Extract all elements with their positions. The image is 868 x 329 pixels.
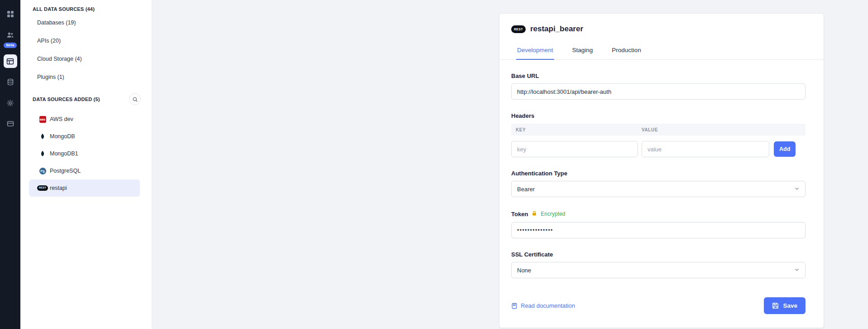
base-url-input[interactable]	[511, 83, 806, 100]
mongodb-icon	[39, 150, 46, 157]
header-key-input[interactable]	[511, 141, 638, 157]
ssl-value: None	[517, 267, 531, 274]
table-icon	[6, 58, 14, 65]
base-url-label: Base URL	[511, 73, 806, 79]
ssl-section: SSL Certificate None	[511, 251, 806, 278]
save-icon	[772, 302, 779, 309]
document-icon	[511, 303, 518, 309]
list-item-postgresql[interactable]: Pg PostgreSQL	[29, 162, 140, 179]
card-icon	[7, 120, 14, 127]
gear-icon	[6, 99, 14, 107]
lock-icon	[532, 210, 537, 218]
config-form: Base URL Headers KEY VALUE Add Authentic…	[499, 73, 824, 314]
restapi-icon: REST	[511, 25, 526, 33]
chevron-down-icon	[794, 267, 800, 274]
read-documentation-link[interactable]: Read documentation	[511, 302, 575, 309]
apps-icon[interactable]	[4, 7, 17, 21]
added-header-row: DATA SOURCES ADDED (5)	[20, 86, 152, 108]
chevron-down-icon	[794, 186, 800, 193]
marketplace-nav-icon[interactable]	[4, 117, 17, 131]
token-input[interactable]	[511, 222, 806, 238]
page-title: restapi_bearer	[530, 24, 583, 34]
postgresql-icon: Pg	[39, 167, 46, 174]
users-icon	[6, 31, 14, 39]
ssl-certificate-select[interactable]: None	[511, 262, 806, 278]
aws-icon: aws	[39, 116, 46, 123]
environment-tabs: Development Staging Production	[499, 43, 824, 60]
database-nav-icon[interactable]	[4, 75, 17, 89]
category-list: Databases (19) APIs (20) Cloud Storage (…	[20, 14, 152, 86]
settings-nav-icon[interactable]	[4, 96, 17, 110]
key-column-header: KEY	[511, 127, 642, 132]
apps-grid-icon	[7, 10, 14, 18]
tab-production[interactable]: Production	[611, 43, 642, 60]
source-label: restapi	[50, 185, 67, 191]
tab-staging[interactable]: Staging	[571, 43, 594, 60]
source-label: MongoDB1	[50, 150, 78, 157]
value-column-header: VALUE	[642, 127, 806, 132]
main-area: REST restapi_bearer Development Staging …	[152, 0, 868, 329]
database-icon	[7, 78, 14, 86]
added-sources-list: aws AWS dev MongoDB MongoDB1 Pg PostgreS…	[29, 111, 140, 197]
token-label: Token	[511, 211, 528, 218]
headers-input-row: Add	[511, 141, 806, 157]
base-url-section: Base URL	[511, 73, 806, 100]
datasource-config-card: REST restapi_bearer Development Staging …	[499, 13, 824, 328]
card-header: REST restapi_bearer Development Staging …	[499, 14, 824, 60]
sidebar-item-apis[interactable]: APIs (20)	[20, 32, 152, 50]
auth-type-label: Authentication Type	[511, 170, 806, 177]
tab-development[interactable]: Development	[516, 43, 554, 60]
app-rail: Beta	[0, 0, 20, 329]
source-label: AWS dev	[50, 116, 73, 122]
headers-label: Headers	[511, 112, 806, 119]
source-label: PostgreSQL	[50, 168, 81, 174]
data-sources-sidebar: ALL DATA SOURCES (44) Databases (19) API…	[20, 0, 152, 329]
beta-badge: Beta	[4, 43, 17, 48]
source-label: MongoDB	[50, 133, 75, 140]
all-data-sources-header: ALL DATA SOURCES (44)	[20, 0, 152, 14]
search-button[interactable]	[129, 93, 141, 105]
sidebar-item-databases[interactable]: Databases (19)	[20, 14, 152, 32]
token-label-row: Token Encrypted	[511, 210, 806, 218]
sidebar-item-cloud-storage[interactable]: Cloud Storage (4)	[20, 50, 152, 68]
data-sources-nav-icon[interactable]	[4, 54, 17, 68]
auth-type-section: Authentication Type Bearer	[511, 170, 806, 197]
workspace-users-icon[interactable]	[4, 28, 17, 42]
headers-table-header: KEY VALUE	[511, 124, 806, 135]
list-item-mongodb[interactable]: MongoDB	[29, 128, 140, 145]
encrypted-badge: Encrypted	[541, 211, 565, 217]
restapi-icon: REST	[39, 184, 46, 192]
data-sources-added-header: DATA SOURCES ADDED (5)	[33, 97, 100, 102]
read-documentation-label: Read documentation	[521, 302, 575, 309]
list-item-restapi[interactable]: REST restapi	[29, 179, 140, 197]
mongodb-icon	[39, 133, 46, 140]
ssl-certificate-label: SSL Certificate	[511, 251, 806, 258]
token-section: Token Encrypted	[511, 210, 806, 238]
headers-section: Headers KEY VALUE Add	[511, 112, 806, 157]
auth-type-value: Bearer	[517, 186, 535, 193]
save-button-label: Save	[783, 302, 797, 309]
save-button[interactable]: Save	[764, 297, 806, 314]
sidebar-item-plugins[interactable]: Plugins (1)	[20, 68, 152, 86]
add-header-button[interactable]: Add	[774, 141, 796, 157]
list-item-mongodb1[interactable]: MongoDB1	[29, 145, 140, 162]
card-footer: Read documentation Save	[511, 297, 806, 314]
search-icon	[132, 97, 138, 102]
title-row: REST restapi_bearer	[511, 24, 806, 34]
auth-type-select[interactable]: Bearer	[511, 181, 806, 197]
header-value-input[interactable]	[642, 141, 769, 157]
list-item-aws-dev[interactable]: aws AWS dev	[29, 111, 140, 128]
